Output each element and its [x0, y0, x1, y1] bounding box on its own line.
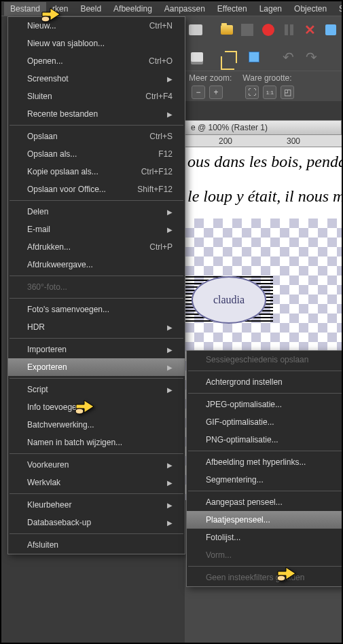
menu-shortcut: Shift+F12 — [137, 185, 173, 194]
menu-afbeelding[interactable]: Afbeelding — [107, 2, 158, 16]
file-menu-item-nieuw[interactable]: Nieuw...Ctrl+N — [8, 17, 185, 35]
watermark-claudia: claudia — [192, 276, 266, 324]
file-menu-separator — [10, 453, 183, 454]
file-menu-item-afdrukken[interactable]: Afdrukken...Ctrl+P — [8, 238, 185, 256]
file-menu-item-exporteren[interactable]: Exporteren▶ — [8, 358, 185, 376]
menu-item-label: Foto's samenvoegen... — [27, 305, 109, 314]
submenu-arrow-icon: ▶ — [167, 208, 173, 216]
file-menu-separator — [10, 493, 183, 494]
menu-item-label: Exporteren — [27, 362, 67, 372]
file-menu-separator — [10, 298, 183, 299]
file-menu-item-importeren[interactable]: Importeren▶ — [8, 341, 185, 358]
pointer-cursor-2 — [75, 396, 102, 417]
script-text-1: ous dans les bois, pendant — [185, 147, 342, 171]
menu-item-label: Opslaan — [27, 132, 58, 141]
export-menu-item-png-optimalisatie[interactable]: PNG-optimalisatie... — [187, 431, 343, 449]
file-menu-item-hdr[interactable]: HDR▶ — [8, 318, 185, 336]
menu-item-label: Vorm... — [206, 550, 232, 560]
menu-shortcut: Ctrl+S — [149, 132, 173, 141]
file-menu-item-delen[interactable]: Delen▶ — [8, 203, 185, 221]
export-menu-item-jpeg-optimalisatie[interactable]: JPEG-optimalisatie... — [187, 396, 343, 413]
pointer-cursor-3 — [276, 563, 304, 584]
menu-item-label: Databaseback-up — [27, 518, 91, 527]
menu-objecten[interactable]: Objecten — [288, 2, 333, 16]
browse-button[interactable] — [187, 20, 204, 39]
export-menu-item-segmentering[interactable]: Segmentering... — [187, 471, 343, 489]
menu-item-label: Batchverwerking... — [27, 420, 94, 430]
stop-button[interactable] — [239, 20, 256, 39]
file-menu-item-opslaan-als[interactable]: Opslaan als...F12 — [8, 145, 185, 163]
menu-aanpassen[interactable]: Aanpassen — [158, 2, 211, 16]
print-button[interactable] — [187, 48, 206, 67]
file-menu-item-360-foto: 360°-foto... — [8, 278, 185, 296]
menu-item-label: Aangepast penseel... — [206, 497, 283, 507]
export-menu-separator — [188, 491, 342, 491]
file-menu-separator — [10, 125, 183, 126]
menu-beeld[interactable]: Beeld — [74, 2, 107, 16]
file-menu-item-e-mail[interactable]: E-mail▶ — [8, 221, 185, 238]
file-menu-item-screenshot[interactable]: Screenshot▶ — [8, 70, 185, 88]
file-menu-item-kleurbeheer[interactable]: Kleurbeheer▶ — [8, 496, 185, 514]
file-menu-item-foto-s-samenvoegen[interactable]: Foto's samenvoegen... — [8, 301, 185, 318]
menu-item-label: Nieuw van sjabloon... — [27, 39, 105, 48]
crop-button[interactable] — [221, 48, 240, 67]
zoom-large-button[interactable]: ◰ — [281, 86, 294, 99]
export-menu-item-aangepast-penseel[interactable]: Aangepast penseel... — [187, 493, 343, 511]
menu-bestand[interactable]: Bestand — [4, 2, 46, 16]
submenu-arrow-icon: ▶ — [167, 324, 173, 331]
zoom-1-1-button[interactable]: 1:1 — [263, 86, 276, 99]
menu-shortcut: Ctrl+F12 — [141, 167, 173, 176]
menu-item-label: Plaatjespenseel... — [206, 515, 270, 525]
menu-item-label: Afsluiten — [27, 540, 58, 550]
export-menu-item-gif-optimalisatie[interactable]: GIF-optimalisatie... — [187, 413, 343, 431]
fit-button[interactable]: ⛶ — [245, 86, 259, 99]
file-menu-item-voorkeuren[interactable]: Voorkeuren▶ — [8, 456, 185, 474]
menu-lagen[interactable]: Lagen — [253, 2, 288, 16]
export-menu-item-geen-insteekfilters-geladen: Geen insteekfilters geladen — [187, 569, 343, 586]
file-menu-item-batchverwerking[interactable]: Batchverwerking... — [8, 416, 185, 434]
undo-button[interactable]: ↶ — [278, 48, 297, 67]
horizontal-ruler: 200 300 — [185, 135, 342, 147]
open-button[interactable] — [218, 20, 235, 39]
export-menu-item-plaatjespenseel[interactable]: Plaatjespenseel... — [187, 511, 343, 529]
file-menu-item-afdrukweergave[interactable]: Afdrukweergave... — [8, 256, 185, 273]
menu-item-label: GIF-optimalisatie... — [206, 417, 274, 427]
toolbar-row-1: ✕ — [185, 16, 342, 43]
file-menu-item-recente-bestanden[interactable]: Recente bestanden▶ — [8, 105, 185, 123]
menu-item-label: Screenshot — [27, 74, 69, 83]
submenu-arrow-icon: ▶ — [167, 501, 173, 509]
file-menu-separator — [10, 200, 183, 201]
resize-button[interactable] — [245, 48, 264, 67]
file-menu-item-nieuw-van-sjabloon[interactable]: Nieuw van sjabloon... — [8, 35, 185, 52]
menu-effecten[interactable]: Effecten — [211, 2, 253, 16]
zoom-out-button[interactable]: − — [192, 86, 205, 99]
file-menu-item-afsluiten[interactable]: Afsluiten — [8, 536, 185, 554]
file-menu-item-werkvlak[interactable]: Werkvlak▶ — [8, 474, 185, 491]
zoom-in-button[interactable]: + — [209, 86, 223, 99]
file-menu-item-databaseback-up[interactable]: Databaseback-up▶ — [8, 514, 185, 531]
document-title: e @ 100% (Raster 1) — [185, 120, 342, 135]
svg-point-2 — [277, 575, 285, 581]
file-menu-dropdown: Nieuw...Ctrl+NNieuw van sjabloon...Opene… — [7, 16, 185, 554]
file-menu-item-opslaan-voor-office[interactable]: Opslaan voor Office...Shift+F12 — [8, 181, 185, 198]
file-menu-item-namen-in-batch-wijzigen[interactable]: Namen in batch wijzigen... — [8, 434, 185, 451]
submenu-arrow-icon: ▶ — [167, 364, 173, 371]
menu-item-label: Kopie opslaan als... — [27, 167, 98, 176]
menu-selecties[interactable]: Sele — [333, 2, 343, 16]
export-menu-item-achtergrond-instellen[interactable]: Achtergrond instellen — [187, 373, 343, 391]
menu-item-label: Openen... — [27, 56, 63, 66]
file-menu-item-opslaan[interactable]: OpslaanCtrl+S — [8, 128, 185, 145]
export-menu-item-afbeelding-met-hyperlinks[interactable]: Afbeelding met hyperlinks... — [187, 453, 343, 471]
export-menu-item-fotolijst[interactable]: Fotolijst... — [187, 529, 343, 546]
menu-shortcut: Ctrl+P — [149, 242, 173, 252]
redo-button[interactable]: ↷ — [302, 48, 321, 67]
file-menu-item-kopie-opslaan-als[interactable]: Kopie opslaan als...Ctrl+F12 — [8, 163, 185, 181]
file-menu-item-openen[interactable]: Openen...Ctrl+O — [8, 52, 185, 70]
save-button[interactable] — [322, 20, 339, 39]
menu-item-label: PNG-optimalisatie... — [206, 435, 278, 444]
record-button[interactable] — [260, 20, 277, 39]
menu-item-label: Werkvlak — [27, 478, 60, 487]
file-menu-item-sluiten[interactable]: SluitenCtrl+F4 — [8, 88, 185, 105]
close-button[interactable]: ✕ — [302, 20, 319, 39]
pause-button[interactable] — [281, 20, 297, 39]
